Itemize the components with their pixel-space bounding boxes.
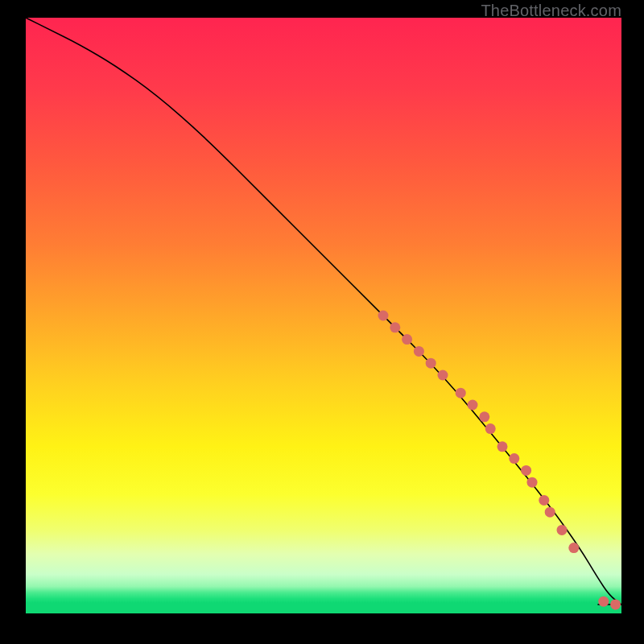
data-point [456, 388, 466, 398]
data-point [390, 322, 400, 332]
data-point [598, 597, 609, 607]
data-point [568, 543, 579, 553]
data-point [426, 358, 436, 369]
data-point [402, 334, 412, 345]
data-point [527, 477, 538, 488]
data-point [497, 441, 508, 452]
data-point [539, 495, 549, 506]
data-point [438, 370, 448, 381]
chart-stage: TheBottleneck.com [0, 0, 644, 644]
data-point [557, 525, 568, 535]
data-point [610, 599, 621, 609]
bottleneck-curve [26, 18, 621, 605]
data-point [485, 423, 496, 434]
chart-overlay [26, 18, 621, 613]
data-point [545, 507, 555, 518]
data-point [378, 311, 389, 321]
data-points [378, 311, 621, 610]
plot-area [26, 18, 621, 613]
data-point [509, 453, 519, 464]
data-point [468, 400, 478, 411]
data-point [521, 465, 531, 476]
data-point [479, 411, 489, 422]
data-point [414, 346, 424, 357]
